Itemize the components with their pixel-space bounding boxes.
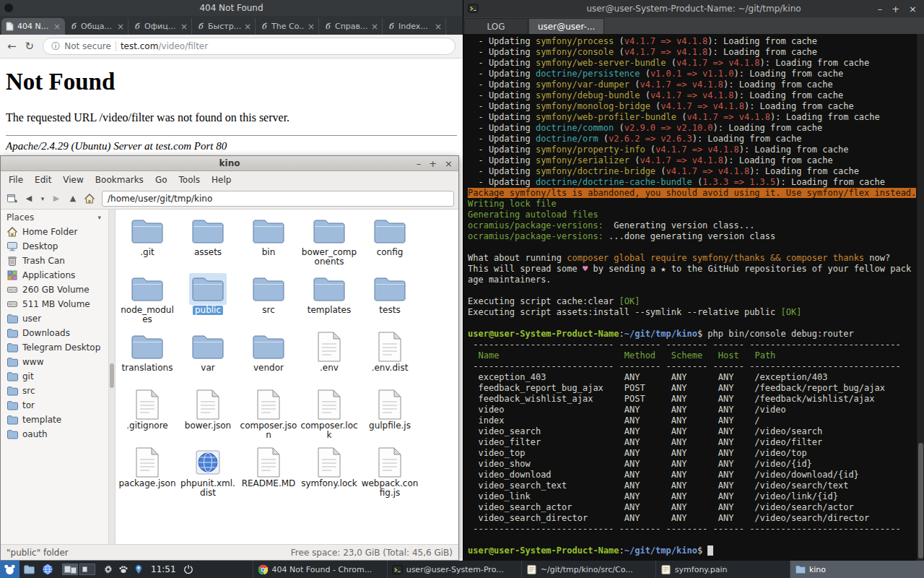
browser-tab[interactable]: бБыстр...× bbox=[192, 18, 256, 35]
browser-tab[interactable]: 404 N...× bbox=[1, 18, 65, 35]
workspace-1[interactable] bbox=[62, 564, 78, 575]
place-item[interactable]: template bbox=[1, 413, 108, 427]
address-bar[interactable]: ⓘ Not secure test.com/video/filter bbox=[43, 38, 456, 55]
forward-icon[interactable]: ▶ bbox=[49, 191, 64, 207]
file-item[interactable]: symfony.lock bbox=[299, 447, 359, 504]
file-item[interactable]: .env.dist bbox=[359, 331, 420, 389]
browser-tab[interactable]: бОфиц...× bbox=[128, 18, 192, 35]
window-menu-icon[interactable] bbox=[4, 4, 13, 12]
menu-view[interactable]: View bbox=[58, 173, 88, 186]
menu-help[interactable]: Help bbox=[206, 173, 236, 186]
place-item[interactable]: Downloads bbox=[1, 326, 108, 340]
file-item[interactable]: .git bbox=[117, 215, 178, 273]
file-item[interactable]: translations bbox=[117, 331, 178, 389]
workspace-2[interactable] bbox=[79, 564, 95, 575]
file-item[interactable]: composer.lock bbox=[299, 389, 359, 447]
place-item[interactable]: 511 MB Volume bbox=[1, 297, 108, 311]
place-item[interactable]: www bbox=[1, 355, 108, 369]
place-item[interactable]: src bbox=[1, 384, 108, 398]
close-icon[interactable]: × bbox=[909, 4, 917, 14]
file-item[interactable]: composer.json bbox=[238, 389, 299, 447]
maximize-icon[interactable]: + bbox=[892, 4, 899, 14]
history-dropdown-icon[interactable]: ▾ bbox=[38, 191, 47, 207]
file-item[interactable]: .env bbox=[299, 331, 359, 389]
place-item[interactable]: git bbox=[1, 369, 108, 384]
tab-close-icon[interactable]: × bbox=[180, 22, 188, 32]
places-dropdown-icon[interactable]: ▾ bbox=[97, 214, 101, 221]
tab-close-icon[interactable]: × bbox=[435, 22, 442, 32]
menu-file[interactable]: File bbox=[4, 173, 28, 186]
terminal-tab[interactable]: LOG bbox=[464, 18, 528, 34]
file-item[interactable]: config bbox=[359, 215, 420, 273]
file-item[interactable]: bower_components bbox=[299, 215, 359, 273]
file-manager-launcher[interactable] bbox=[19, 561, 38, 578]
tab-close-icon[interactable]: × bbox=[244, 22, 251, 32]
place-item[interactable]: 260 GB Volume bbox=[1, 282, 108, 297]
file-item[interactable]: bower.json bbox=[178, 389, 238, 447]
location-icon[interactable] bbox=[131, 561, 146, 578]
menu-go[interactable]: Go bbox=[150, 173, 173, 186]
taskbar-window-button[interactable]: kino bbox=[790, 561, 924, 578]
browser-tab[interactable]: бОбща...× bbox=[65, 18, 128, 35]
browser-tab[interactable]: бIndex...× bbox=[383, 18, 446, 35]
taskbar-window-button[interactable]: ~/git/tmp/kino/src/Co... bbox=[521, 561, 655, 578]
info-icon[interactable]: ⓘ bbox=[51, 40, 60, 53]
place-item[interactable]: Telegram Desktop bbox=[1, 340, 108, 355]
file-item[interactable]: src bbox=[238, 273, 299, 331]
maximize-icon[interactable]: + bbox=[429, 158, 437, 169]
file-item[interactable]: phpunit.xml.dist bbox=[178, 447, 238, 504]
paw-icon[interactable] bbox=[116, 561, 131, 578]
place-item[interactable]: tor bbox=[1, 398, 108, 413]
file-item[interactable]: public bbox=[178, 273, 238, 331]
terminal-scrollbar[interactable] bbox=[917, 34, 924, 561]
terminal-titlebar[interactable]: user@user-System-Product-Name: ~/git/tmp… bbox=[463, 0, 924, 17]
file-item[interactable]: gulpfile.js bbox=[359, 389, 420, 447]
place-item[interactable]: user bbox=[1, 311, 108, 326]
file-item[interactable]: package.json bbox=[117, 447, 178, 504]
close-icon[interactable]: × bbox=[445, 158, 453, 169]
place-item[interactable]: Trash Can bbox=[1, 254, 108, 268]
settings-icon[interactable] bbox=[100, 561, 116, 578]
applications-menu-button[interactable] bbox=[0, 561, 19, 578]
tab-close-icon[interactable]: × bbox=[117, 22, 124, 32]
file-item[interactable]: tests bbox=[359, 273, 420, 331]
tab-close-icon[interactable]: × bbox=[371, 22, 378, 32]
reload-icon[interactable]: ↻ bbox=[25, 41, 35, 52]
path-bar[interactable]: /home/user/git/tmp/kino bbox=[102, 191, 454, 207]
place-item[interactable]: Desktop bbox=[1, 239, 108, 254]
file-item[interactable]: .gitignore bbox=[117, 389, 178, 447]
menu-tools[interactable]: Tools bbox=[174, 173, 206, 186]
places-header[interactable]: Places ▾ bbox=[1, 210, 108, 225]
up-icon[interactable]: ▲ bbox=[66, 191, 80, 207]
minimize-icon[interactable]: – bbox=[417, 158, 422, 169]
new-tab-icon[interactable] bbox=[5, 191, 19, 207]
taskbar-window-button[interactable]: 404 Not Found - Chrom... bbox=[253, 561, 387, 578]
file-item[interactable]: assets bbox=[178, 215, 238, 273]
browser-launcher[interactable] bbox=[38, 561, 57, 578]
browser-titlebar[interactable]: 404 Not Found bbox=[0, 0, 463, 16]
tab-close-icon[interactable]: × bbox=[308, 22, 315, 32]
tab-close-icon[interactable]: × bbox=[53, 22, 61, 32]
browser-tab[interactable]: бСправ...× bbox=[319, 18, 383, 35]
fm-titlebar[interactable]: kino – + × bbox=[1, 156, 458, 171]
file-item[interactable]: templates bbox=[299, 273, 359, 331]
place-item[interactable]: oauth bbox=[1, 427, 108, 441]
terminal-tab[interactable]: user@user-... bbox=[528, 18, 604, 34]
back-icon[interactable]: ◀ bbox=[22, 191, 36, 207]
file-item[interactable]: bin bbox=[238, 215, 299, 273]
power-icon[interactable] bbox=[181, 561, 196, 578]
home-icon[interactable] bbox=[82, 191, 97, 207]
taskbar-window-button[interactable]: symfony.pain bbox=[655, 561, 790, 578]
clock[interactable]: 11:51 bbox=[151, 564, 176, 574]
terminal-output[interactable]: - Updating symfony/process (v4.1.7 => v4… bbox=[463, 34, 917, 561]
scrollbar-thumb[interactable] bbox=[110, 363, 114, 388]
menu-edit[interactable]: Edit bbox=[30, 173, 56, 186]
place-item[interactable]: Applications bbox=[1, 268, 108, 282]
taskbar-window-button[interactable]: user@user-System-Pro... bbox=[387, 561, 521, 578]
minimize-icon[interactable]: – bbox=[878, 4, 883, 14]
back-icon[interactable]: ← bbox=[7, 41, 17, 52]
file-item[interactable]: node_modules bbox=[117, 273, 178, 331]
file-item[interactable]: var bbox=[178, 331, 238, 389]
file-item[interactable]: README.MD bbox=[238, 447, 299, 504]
browser-tab[interactable]: бThe Co...× bbox=[256, 18, 319, 35]
